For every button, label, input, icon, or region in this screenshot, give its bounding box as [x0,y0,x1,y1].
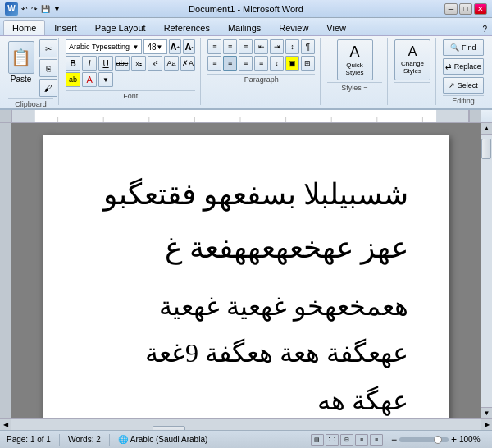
grow-font-button[interactable]: A+ [169,39,181,54]
hscroll-thumb[interactable] [153,426,185,431]
sort-button[interactable]: ↕ [285,39,299,54]
font-row2: B I U abc x₂ x² Aa ✗A [66,56,195,71]
zoom-control: − + 100% [391,434,485,446]
underline-button[interactable]: U [98,56,113,71]
restore-button[interactable]: □ [459,3,472,15]
strikethrough-button[interactable]: abc [115,56,130,71]
tab-home[interactable]: Home [3,20,45,35]
line-spacing-button[interactable]: ↕ [270,56,284,71]
font-row3: ab A ▼ [66,72,195,87]
quick-access-more[interactable]: ▼ [53,5,61,13]
hscroll-right-arrow[interactable]: ▶ [481,419,492,431]
minimize-button[interactable]: ─ [444,3,458,15]
numbering-button[interactable]: ≡ [223,39,237,54]
arabic-paragraph-1: شسبيلبلا بسفعهو فقتعگبو عهز عهخعهعههفعة … [84,168,408,275]
multilevel-button[interactable]: ≡ [239,39,253,54]
print-layout-btn[interactable]: ▤ [311,434,324,446]
increase-indent-button[interactable]: ⇥ [270,39,284,54]
change-styles-group-label [394,82,430,84]
language-status: 🌐 Arabic (Saudi Arabia) [118,435,208,444]
paragraph-controls: ≡ ≡ ≡ ⇤ ⇥ ↕ ¶ ≡ ≡ ≡ ≡ ↕ ▣ ⊞ [207,39,315,72]
zoom-out-button[interactable]: − [391,434,397,446]
quick-styles-button[interactable]: A Quick Styles [337,39,373,80]
replace-button[interactable]: ⇄ Replace [443,58,484,75]
font-color-button[interactable]: A [82,72,97,87]
justify-button[interactable]: ≡ [254,56,268,71]
font-color-arrow[interactable]: ▼ [98,72,113,87]
highlight-button[interactable]: ab [66,72,80,87]
borders-button[interactable]: ⊞ [301,56,315,71]
title-bar-left: W ↶ ↷ 💾 ▼ [5,2,61,16]
align-center-button[interactable]: ≡ [223,56,237,71]
zoom-in-button[interactable]: + [451,434,457,446]
tab-references[interactable]: References [155,20,219,35]
copy-button[interactable]: ⎘ [39,59,57,77]
scroll-thumb[interactable] [481,139,491,159]
clipboard-content: 📋 Paste ✂ ⎘ 🖌 [5,39,57,97]
document-title: Document1 - Microsoft Word [0,4,492,14]
arabic-paragraph-2: هعمخعهخو غهعية غهعية عهعگفة هعة هعگفة 9غ… [84,283,408,418]
superscript-button[interactable]: x² [148,56,162,71]
zoom-slider[interactable] [399,437,449,442]
status-divider-1 [59,434,60,446]
tab-mailings[interactable]: Mailings [219,20,270,35]
scroll-down-arrow[interactable]: ▼ [481,407,493,418]
font-dropdown-arrow: ▼ [132,43,139,51]
quick-access-redo[interactable]: ↷ [31,5,38,13]
change-styles-button[interactable]: A Change Styles [394,39,430,80]
shading-button[interactable]: ▣ [285,56,299,71]
ruler-marks [12,110,468,122]
tab-page-layout[interactable]: Page Layout [86,20,155,35]
format-painter-button[interactable]: 🖌 [39,79,57,97]
select-button[interactable]: ↗ Select [443,77,484,94]
clear-formatting-button[interactable]: ✗A [180,56,195,71]
hscroll-left-arrow[interactable]: ◀ [0,419,11,431]
editing-label: Editing [443,95,484,105]
ruler [0,110,492,123]
align-left-button[interactable]: ≡ [207,56,221,71]
ribbon-help[interactable]: ? [477,23,492,35]
editing-content: 🔍 Find ⇄ Replace ↗ Select [443,39,484,94]
outline-btn[interactable]: ≡ [355,434,368,446]
draft-btn[interactable]: ≡ [370,434,383,446]
zoom-thumb[interactable] [434,436,442,444]
tab-insert[interactable]: Insert [45,20,86,35]
full-screen-btn[interactable]: ⛶ [326,434,339,446]
svg-rect-1 [12,110,35,122]
quick-access-undo[interactable]: ↶ [21,5,28,13]
subscript-button[interactable]: x₂ [131,56,146,71]
para-row2: ≡ ≡ ≡ ≡ ↕ ▣ ⊞ [207,56,315,71]
cut-button[interactable]: ✂ [39,39,57,57]
horizontal-scrollbar[interactable]: ◀ ▶ [0,418,492,430]
paragraph-group: ≡ ≡ ≡ ⇤ ⇥ ↕ ¶ ≡ ≡ ≡ ≡ ↕ ▣ ⊞ Paragraph [203,38,321,105]
scroll-up-arrow[interactable]: ▲ [481,123,493,135]
find-button[interactable]: 🔍 Find [443,39,484,56]
change-case-button[interactable]: Aa [164,56,179,71]
decrease-indent-button[interactable]: ⇤ [254,39,268,54]
paste-label: Paste [11,75,32,84]
show-marks-button[interactable]: ¶ [301,39,315,54]
document-area: شسبيلبلا بسفعهو فقتعگبو عهز عهخعهعههفعة … [0,123,492,418]
close-button[interactable]: ✕ [474,3,487,15]
scroll-track[interactable] [481,135,492,407]
tab-review[interactable]: Review [270,20,317,35]
vertical-scrollbar[interactable]: ▲ ▼ [481,123,492,418]
paragraph-label: Paragraph [207,74,315,84]
tab-view[interactable]: View [317,20,355,35]
paste-button[interactable]: 📋 Paste [5,39,38,85]
ruler-right-scroll [469,110,481,122]
quick-styles-icon: A [349,43,359,61]
language-label: Arabic (Saudi Arabia) [130,435,208,444]
font-size-dropdown[interactable]: 48 ▼ [144,39,166,54]
bold-button[interactable]: B [66,56,80,71]
status-bar: Page: 1 of 1 Words: 2 🌐 Arabic (Saudi Ar… [0,430,492,448]
shrink-font-button[interactable]: A- [183,39,195,54]
italic-button[interactable]: I [82,56,97,71]
font-name-dropdown[interactable]: Arabic Typesetting ▼ [66,39,142,54]
styles-label: Styles = [327,82,382,92]
align-right-button[interactable]: ≡ [239,56,253,71]
quick-access-save[interactable]: 💾 [41,5,50,13]
web-layout-btn[interactable]: ⊟ [340,434,353,446]
bullets-button[interactable]: ≡ [207,39,221,54]
quick-styles-label: Quick Styles [338,62,372,77]
